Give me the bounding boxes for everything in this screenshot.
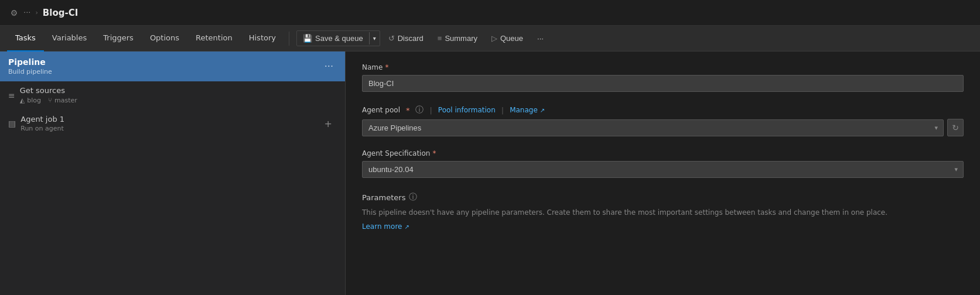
- queue-button[interactable]: ▷ Queue: [486, 31, 529, 46]
- agent-pool-select-group: Azure Pipelines Default Hosted ▾ ↻: [362, 119, 964, 136]
- branch-name: master: [54, 97, 77, 104]
- manage-link[interactable]: Manage ↗: [510, 106, 545, 114]
- save-queue-dropdown-button[interactable]: ▾: [369, 32, 380, 44]
- tab-variables[interactable]: Variables: [44, 26, 95, 52]
- agent-spec-required-star: *: [432, 149, 436, 157]
- agent-pool-label-row: Agent pool * ⓘ | Pool information | Mana…: [362, 105, 964, 115]
- tab-history[interactable]: History: [241, 26, 284, 52]
- branch-icon: ⑂: [48, 97, 52, 104]
- summary-icon: ≡: [438, 34, 442, 43]
- get-sources-title: Get sources: [20, 86, 77, 95]
- pipeline-title: Pipeline: [8, 57, 52, 67]
- agent-job-section: ▤ Agent job 1 Run on agent +: [0, 109, 345, 138]
- repo-name: blog: [27, 97, 41, 104]
- tab-tasks[interactable]: Tasks: [7, 26, 44, 52]
- tab-retention[interactable]: Retention: [187, 26, 241, 52]
- breadcrumb-chevron: ›: [35, 9, 37, 16]
- repo-meta: ◭ blog: [20, 97, 41, 104]
- save-queue-group: 💾 Save & queue ▾: [296, 30, 380, 46]
- pool-info-link[interactable]: Pool information: [438, 106, 496, 114]
- agent-job-info: Agent job 1 Run on agent: [21, 115, 64, 132]
- save-queue-button[interactable]: 💾 Save & queue: [297, 31, 369, 46]
- manage-external-icon: ↗: [540, 107, 545, 114]
- agent-job-title: Agent job 1: [21, 115, 64, 124]
- learn-more-link[interactable]: Learn more ↗: [362, 222, 964, 231]
- agent-spec-select[interactable]: ubuntu-20.04 ubuntu-22.04 windows-latest…: [362, 161, 964, 178]
- summary-button[interactable]: ≡ Summary: [432, 31, 483, 46]
- name-required-star: *: [385, 63, 388, 71]
- parameters-info-icon[interactable]: ⓘ: [409, 192, 417, 203]
- nav-actions: 💾 Save & queue ▾ ↺ Discard ≡ Summary ▷ Q…: [296, 30, 549, 46]
- agent-job-subtitle: Run on agent: [21, 125, 64, 132]
- parameters-title: Parameters ⓘ: [362, 192, 964, 203]
- agent-pool-select[interactable]: Azure Pipelines Default Hosted: [362, 119, 944, 136]
- repo-icon: ◭: [20, 97, 25, 104]
- main-layout: Pipeline Build pipeline ··· ≡ Get source…: [0, 52, 980, 295]
- name-field-group: Name *: [362, 63, 964, 92]
- breadcrumb-ellipsis[interactable]: ···: [23, 8, 30, 17]
- name-label: Name *: [362, 63, 964, 71]
- more-button[interactable]: ···: [531, 31, 549, 46]
- parameters-description: This pipeline doesn't have any pipeline …: [362, 207, 964, 218]
- add-task-button[interactable]: +: [320, 116, 337, 132]
- get-sources-meta: ◭ blog ⑂ master: [20, 97, 77, 104]
- parameters-section: Parameters ⓘ This pipeline doesn't have …: [362, 192, 964, 231]
- agent-spec-label: Agent Specification *: [362, 149, 964, 157]
- agent-job-icon: ▤: [8, 119, 16, 128]
- pipeline-header-left: Pipeline Build pipeline: [8, 57, 52, 76]
- right-panel: Name * Agent pool * ⓘ | Pool information…: [346, 52, 980, 295]
- discard-icon: ↺: [388, 34, 395, 43]
- get-sources-info: Get sources ◭ blog ⑂ master: [20, 86, 77, 104]
- save-icon: 💾: [303, 34, 312, 43]
- nav-divider: [289, 32, 289, 46]
- queue-icon: ▷: [491, 34, 497, 43]
- nav-bar: Tasks Variables Triggers Options Retenti…: [0, 26, 980, 52]
- agent-spec-field-group: Agent Specification * ubuntu-20.04 ubunt…: [362, 149, 964, 178]
- get-sources-icon: ≡: [8, 91, 15, 100]
- agent-pool-label: Agent pool: [362, 106, 400, 114]
- agent-spec-select-wrapper: ubuntu-20.04 ubuntu-22.04 windows-latest…: [362, 161, 964, 178]
- agent-pool-required-star: *: [406, 106, 410, 115]
- title-bar: ⚙ ··· › Blog-CI: [0, 0, 980, 26]
- branch-meta: ⑂ master: [48, 97, 77, 104]
- get-sources-item[interactable]: ≡ Get sources ◭ blog ⑂ master: [0, 81, 345, 109]
- agent-pool-select-wrapper: Azure Pipelines Default Hosted ▾: [362, 119, 944, 136]
- tab-options[interactable]: Options: [142, 26, 187, 52]
- pipe-divider-1: |: [429, 106, 432, 115]
- agent-job-header[interactable]: ▤ Agent job 1 Run on agent +: [0, 109, 345, 138]
- refresh-icon: ↻: [952, 123, 959, 132]
- pipeline-header[interactable]: Pipeline Build pipeline ···: [0, 52, 345, 81]
- discard-button[interactable]: ↺ Discard: [383, 31, 429, 46]
- more-icon: ···: [537, 34, 544, 43]
- agent-pool-info-icon[interactable]: ⓘ: [415, 105, 424, 115]
- name-input[interactable]: [362, 75, 964, 92]
- agent-pool-refresh-button[interactable]: ↻: [947, 119, 964, 136]
- page-title: Blog-CI: [43, 8, 78, 18]
- sidebar: Pipeline Build pipeline ··· ≡ Get source…: [0, 52, 346, 295]
- agent-pool-field-group: Agent pool * ⓘ | Pool information | Mana…: [362, 105, 964, 136]
- agent-job-left: ▤ Agent job 1 Run on agent: [8, 115, 64, 132]
- pipeline-subtitle: Build pipeline: [8, 68, 52, 76]
- tab-triggers[interactable]: Triggers: [95, 26, 142, 52]
- app-icon: ⚙: [9, 8, 19, 18]
- learn-more-external-icon: ↗: [404, 224, 409, 230]
- pipeline-more-button[interactable]: ···: [321, 59, 337, 74]
- pipe-divider-2: |: [501, 106, 504, 115]
